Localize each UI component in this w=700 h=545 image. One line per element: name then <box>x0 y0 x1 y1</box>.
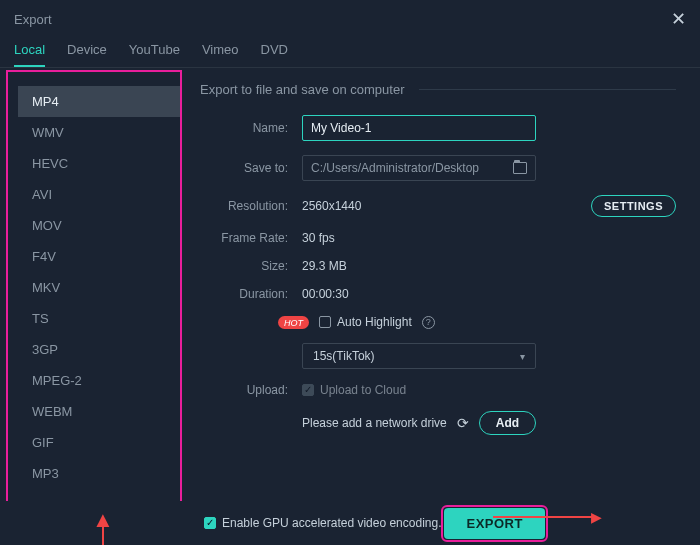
tab-vimeo[interactable]: Vimeo <box>202 36 239 67</box>
chevron-down-icon: ▾ <box>520 351 525 362</box>
export-tabs: Local Device YouTube Vimeo DVD <box>0 36 700 68</box>
duration-label: Duration: <box>200 287 288 301</box>
format-avi[interactable]: AVI <box>18 179 180 210</box>
help-icon[interactable]: ? <box>422 316 435 329</box>
hot-badge: HOT <box>278 316 309 329</box>
folder-icon[interactable] <box>513 162 527 174</box>
format-mkv[interactable]: MKV <box>18 272 180 303</box>
add-button[interactable]: Add <box>479 411 536 435</box>
network-drive-text: Please add a network drive <box>302 416 447 430</box>
resolution-label: Resolution: <box>200 199 288 213</box>
tab-dvd[interactable]: DVD <box>261 36 288 67</box>
resolution-value: 2560x1440 <box>302 199 361 213</box>
auto-highlight-label: Auto Highlight <box>337 315 412 329</box>
saveto-path: C:/Users/Administrator/Desktop <box>311 161 479 175</box>
format-wmv[interactable]: WMV <box>18 117 180 148</box>
format-gif[interactable]: GIF <box>18 427 180 458</box>
format-ts[interactable]: TS <box>18 303 180 334</box>
format-mpeg2[interactable]: MPEG-2 <box>18 365 180 396</box>
format-mp3[interactable]: MP3 <box>18 458 180 489</box>
format-mov[interactable]: MOV <box>18 210 180 241</box>
gpu-checkbox[interactable] <box>204 517 216 529</box>
gpu-label: Enable GPU accelerated video encoding. <box>222 516 441 530</box>
close-icon[interactable]: ✕ <box>671 8 686 30</box>
size-label: Size: <box>200 259 288 273</box>
tab-youtube[interactable]: YouTube <box>129 36 180 67</box>
format-hevc[interactable]: HEVC <box>18 148 180 179</box>
tab-device[interactable]: Device <box>67 36 107 67</box>
name-label: Name: <box>200 121 288 135</box>
format-sidebar: MP4 WMV HEVC AVI MOV F4V MKV TS 3GP MPEG… <box>6 70 182 513</box>
format-webm[interactable]: WEBM <box>18 396 180 427</box>
duration-value: 00:00:30 <box>302 287 349 301</box>
format-mp4[interactable]: MP4 <box>18 86 180 117</box>
framerate-value: 30 fps <box>302 231 335 245</box>
section-title: Export to file and save on computer <box>200 82 676 97</box>
preset-select[interactable]: 15s(TikTok) ▾ <box>302 343 536 369</box>
annotation-arrow-up: ▲ <box>92 507 114 533</box>
size-value: 29.3 MB <box>302 259 347 273</box>
window-title: Export <box>14 12 52 27</box>
format-f4v[interactable]: F4V <box>18 241 180 272</box>
tab-local[interactable]: Local <box>14 36 45 67</box>
framerate-label: Frame Rate: <box>200 231 288 245</box>
settings-button[interactable]: SETTINGS <box>591 195 676 217</box>
upload-label: Upload: <box>200 383 288 397</box>
upload-cloud-checkbox <box>302 384 314 396</box>
name-input[interactable] <box>302 115 536 141</box>
saveto-path-box[interactable]: C:/Users/Administrator/Desktop <box>302 155 536 181</box>
upload-cloud-text: Upload to Cloud <box>320 383 406 397</box>
annotation-arrow-right: ▶ <box>493 509 602 525</box>
saveto-label: Save to: <box>200 161 288 175</box>
format-3gp[interactable]: 3GP <box>18 334 180 365</box>
preset-value: 15s(TikTok) <box>313 349 375 363</box>
auto-highlight-checkbox[interactable] <box>319 316 331 328</box>
refresh-icon[interactable]: ⟳ <box>457 415 469 431</box>
